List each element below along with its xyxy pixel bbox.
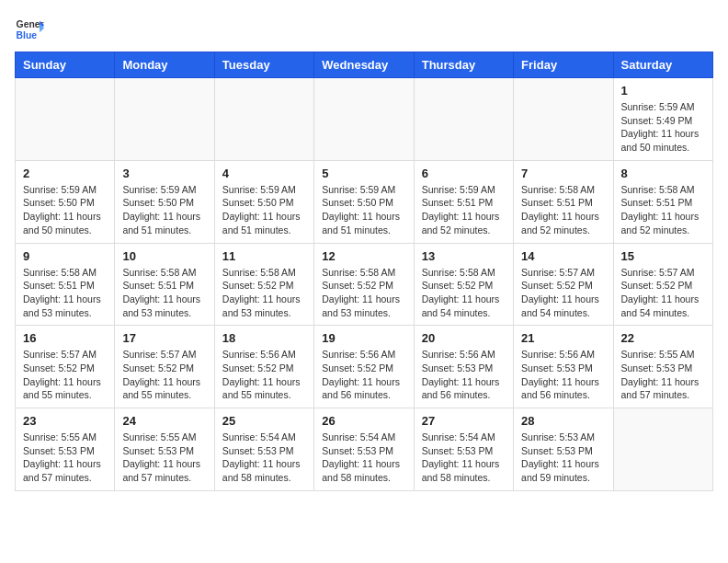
calendar-cell xyxy=(214,78,313,161)
calendar-cell xyxy=(613,408,712,491)
day-number: 9 xyxy=(23,249,107,263)
calendar-cell xyxy=(16,78,115,161)
day-info: Sunrise: 5:59 AM Sunset: 5:50 PM Dayligh… xyxy=(23,183,107,237)
day-info: Sunrise: 5:57 AM Sunset: 5:52 PM Dayligh… xyxy=(621,266,705,320)
day-number: 12 xyxy=(322,249,405,263)
calendar-cell: 28Sunrise: 5:53 AM Sunset: 5:53 PM Dayli… xyxy=(514,408,613,491)
calendar-cell: 5Sunrise: 5:59 AM Sunset: 5:50 PM Daylig… xyxy=(314,160,414,243)
day-info: Sunrise: 5:56 AM Sunset: 5:53 PM Dayligh… xyxy=(521,348,605,402)
calendar-cell: 24Sunrise: 5:55 AM Sunset: 5:53 PM Dayli… xyxy=(115,408,214,491)
calendar-cell: 27Sunrise: 5:54 AM Sunset: 5:53 PM Dayli… xyxy=(414,408,513,491)
day-info: Sunrise: 5:56 AM Sunset: 5:52 PM Dayligh… xyxy=(322,348,405,402)
day-number: 22 xyxy=(621,331,705,345)
calendar-cell: 9Sunrise: 5:58 AM Sunset: 5:51 PM Daylig… xyxy=(16,243,115,326)
day-info: Sunrise: 5:59 AM Sunset: 5:51 PM Dayligh… xyxy=(422,183,506,237)
day-number: 19 xyxy=(322,331,405,345)
day-number: 25 xyxy=(222,414,306,428)
calendar-cell: 26Sunrise: 5:54 AM Sunset: 5:53 PM Dayli… xyxy=(314,408,414,491)
day-number: 27 xyxy=(422,414,506,428)
day-number: 24 xyxy=(122,414,206,428)
weekday-header-sunday: Sunday xyxy=(16,52,115,78)
weekday-header-saturday: Saturday xyxy=(613,52,712,78)
calendar-cell xyxy=(414,78,513,161)
day-info: Sunrise: 5:53 AM Sunset: 5:53 PM Dayligh… xyxy=(521,431,605,485)
calendar-cell: 8Sunrise: 5:58 AM Sunset: 5:51 PM Daylig… xyxy=(613,160,712,243)
day-info: Sunrise: 5:59 AM Sunset: 5:50 PM Dayligh… xyxy=(222,183,306,237)
day-number: 23 xyxy=(23,414,107,428)
calendar-week-row-0: 1Sunrise: 5:59 AM Sunset: 5:49 PM Daylig… xyxy=(16,78,713,161)
day-info: Sunrise: 5:55 AM Sunset: 5:53 PM Dayligh… xyxy=(621,348,705,402)
calendar-table: SundayMondayTuesdayWednesdayThursdayFrid… xyxy=(15,52,713,491)
day-number: 20 xyxy=(422,331,506,345)
day-info: Sunrise: 5:54 AM Sunset: 5:53 PM Dayligh… xyxy=(322,431,405,485)
day-info: Sunrise: 5:58 AM Sunset: 5:51 PM Dayligh… xyxy=(122,266,206,320)
page-header: General Blue xyxy=(15,15,713,44)
day-number: 17 xyxy=(122,331,206,345)
calendar-cell xyxy=(314,78,414,161)
day-info: Sunrise: 5:54 AM Sunset: 5:53 PM Dayligh… xyxy=(422,431,506,485)
calendar-cell: 13Sunrise: 5:58 AM Sunset: 5:52 PM Dayli… xyxy=(414,243,513,326)
calendar-cell: 14Sunrise: 5:57 AM Sunset: 5:52 PM Dayli… xyxy=(514,243,613,326)
svg-text:Blue: Blue xyxy=(17,30,38,40)
calendar-cell: 17Sunrise: 5:57 AM Sunset: 5:52 PM Dayli… xyxy=(115,326,214,408)
day-info: Sunrise: 5:59 AM Sunset: 5:50 PM Dayligh… xyxy=(122,183,206,237)
calendar-cell: 19Sunrise: 5:56 AM Sunset: 5:52 PM Dayli… xyxy=(314,326,414,408)
day-info: Sunrise: 5:58 AM Sunset: 5:52 PM Dayligh… xyxy=(322,266,405,320)
day-info: Sunrise: 5:58 AM Sunset: 5:51 PM Dayligh… xyxy=(521,183,605,237)
day-info: Sunrise: 5:58 AM Sunset: 5:51 PM Dayligh… xyxy=(621,183,705,237)
day-number: 1 xyxy=(621,84,705,98)
calendar-week-row-1: 2Sunrise: 5:59 AM Sunset: 5:50 PM Daylig… xyxy=(16,160,713,243)
calendar-cell: 1Sunrise: 5:59 AM Sunset: 5:49 PM Daylig… xyxy=(613,78,712,161)
calendar-cell: 20Sunrise: 5:56 AM Sunset: 5:53 PM Dayli… xyxy=(414,326,513,408)
day-number: 8 xyxy=(621,167,705,180)
day-info: Sunrise: 5:54 AM Sunset: 5:53 PM Dayligh… xyxy=(222,431,306,485)
day-number: 5 xyxy=(322,167,405,180)
day-number: 2 xyxy=(23,167,107,180)
logo: General Blue xyxy=(15,15,44,44)
day-number: 21 xyxy=(521,331,605,345)
calendar-cell: 7Sunrise: 5:58 AM Sunset: 5:51 PM Daylig… xyxy=(514,160,613,243)
weekday-header-row: SundayMondayTuesdayWednesdayThursdayFrid… xyxy=(16,52,713,78)
calendar-cell: 3Sunrise: 5:59 AM Sunset: 5:50 PM Daylig… xyxy=(115,160,214,243)
logo-icon: General Blue xyxy=(15,15,44,44)
calendar-cell: 18Sunrise: 5:56 AM Sunset: 5:52 PM Dayli… xyxy=(214,326,313,408)
day-number: 4 xyxy=(222,167,306,180)
day-number: 14 xyxy=(521,249,605,263)
calendar-cell: 23Sunrise: 5:55 AM Sunset: 5:53 PM Dayli… xyxy=(16,408,115,491)
weekday-header-friday: Friday xyxy=(514,52,613,78)
calendar-week-row-3: 16Sunrise: 5:57 AM Sunset: 5:52 PM Dayli… xyxy=(16,326,713,408)
weekday-header-wednesday: Wednesday xyxy=(314,52,414,78)
calendar-cell: 15Sunrise: 5:57 AM Sunset: 5:52 PM Dayli… xyxy=(613,243,712,326)
day-info: Sunrise: 5:55 AM Sunset: 5:53 PM Dayligh… xyxy=(122,431,206,485)
day-number: 13 xyxy=(422,249,506,263)
day-number: 15 xyxy=(621,249,705,263)
day-info: Sunrise: 5:59 AM Sunset: 5:49 PM Dayligh… xyxy=(621,100,705,155)
weekday-header-monday: Monday xyxy=(115,52,214,78)
calendar-cell: 12Sunrise: 5:58 AM Sunset: 5:52 PM Dayli… xyxy=(314,243,414,326)
day-info: Sunrise: 5:57 AM Sunset: 5:52 PM Dayligh… xyxy=(122,348,206,402)
day-number: 26 xyxy=(322,414,405,428)
weekday-header-tuesday: Tuesday xyxy=(214,52,313,78)
day-info: Sunrise: 5:57 AM Sunset: 5:52 PM Dayligh… xyxy=(521,266,605,320)
day-number: 10 xyxy=(122,249,206,263)
calendar-week-row-2: 9Sunrise: 5:58 AM Sunset: 5:51 PM Daylig… xyxy=(16,243,713,326)
day-number: 3 xyxy=(122,167,206,180)
calendar-week-row-4: 23Sunrise: 5:55 AM Sunset: 5:53 PM Dayli… xyxy=(16,408,713,491)
day-number: 16 xyxy=(23,331,107,345)
calendar-cell: 2Sunrise: 5:59 AM Sunset: 5:50 PM Daylig… xyxy=(16,160,115,243)
day-info: Sunrise: 5:59 AM Sunset: 5:50 PM Dayligh… xyxy=(322,183,405,237)
calendar-cell: 25Sunrise: 5:54 AM Sunset: 5:53 PM Dayli… xyxy=(214,408,313,491)
day-info: Sunrise: 5:56 AM Sunset: 5:53 PM Dayligh… xyxy=(422,348,506,402)
calendar-cell: 6Sunrise: 5:59 AM Sunset: 5:51 PM Daylig… xyxy=(414,160,513,243)
day-number: 7 xyxy=(521,167,605,180)
calendar-cell: 10Sunrise: 5:58 AM Sunset: 5:51 PM Dayli… xyxy=(115,243,214,326)
day-info: Sunrise: 5:58 AM Sunset: 5:52 PM Dayligh… xyxy=(222,266,306,320)
calendar-cell: 4Sunrise: 5:59 AM Sunset: 5:50 PM Daylig… xyxy=(214,160,313,243)
day-number: 6 xyxy=(422,167,506,180)
day-info: Sunrise: 5:56 AM Sunset: 5:52 PM Dayligh… xyxy=(222,348,306,402)
calendar-cell: 22Sunrise: 5:55 AM Sunset: 5:53 PM Dayli… xyxy=(613,326,712,408)
day-info: Sunrise: 5:55 AM Sunset: 5:53 PM Dayligh… xyxy=(23,431,107,485)
calendar-cell: 21Sunrise: 5:56 AM Sunset: 5:53 PM Dayli… xyxy=(514,326,613,408)
calendar-cell xyxy=(514,78,613,161)
day-info: Sunrise: 5:57 AM Sunset: 5:52 PM Dayligh… xyxy=(23,348,107,402)
